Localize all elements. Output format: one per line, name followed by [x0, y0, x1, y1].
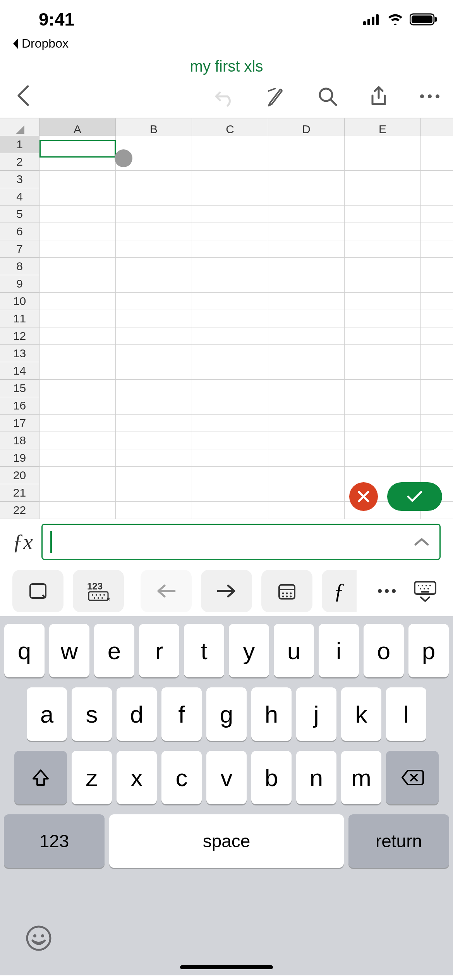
cell[interactable]	[116, 397, 192, 415]
cell[interactable]	[345, 153, 421, 171]
row-header[interactable]: 21	[0, 484, 39, 502]
row-header[interactable]: 13	[0, 345, 39, 362]
key-t[interactable]: t	[184, 624, 224, 677]
fx-icon[interactable]: ƒx	[12, 529, 33, 554]
emoji-keyboard-button[interactable]	[25, 928, 53, 958]
key-a[interactable]: a	[27, 687, 67, 741]
cell[interactable]	[116, 171, 192, 188]
share-button[interactable]	[367, 85, 390, 108]
cell[interactable]	[421, 415, 453, 432]
row-header[interactable]: 10	[0, 293, 39, 310]
cell[interactable]	[268, 136, 345, 153]
undo-button[interactable]	[214, 85, 237, 108]
key-u[interactable]: u	[274, 624, 314, 677]
key-g[interactable]: g	[206, 687, 247, 741]
cell[interactable]	[268, 362, 345, 380]
cell[interactable]	[345, 327, 421, 345]
cell[interactable]	[192, 258, 268, 275]
cell[interactable]	[192, 449, 268, 467]
cell[interactable]	[421, 397, 453, 415]
cell[interactable]	[192, 293, 268, 310]
cell[interactable]	[421, 362, 453, 380]
cell[interactable]	[39, 397, 116, 415]
cell[interactable]	[421, 327, 453, 345]
cell[interactable]	[345, 136, 421, 153]
key-k[interactable]: k	[341, 687, 381, 741]
cell[interactable]	[421, 275, 453, 293]
cell[interactable]	[268, 275, 345, 293]
key-r[interactable]: r	[139, 624, 179, 677]
row-header[interactable]: 8	[0, 258, 39, 275]
back-button[interactable]	[12, 84, 35, 107]
cell[interactable]	[421, 206, 453, 223]
row-header[interactable]: 12	[0, 327, 39, 345]
cell[interactable]	[421, 188, 453, 206]
cell[interactable]	[39, 171, 116, 188]
row-header[interactable]: 14	[0, 362, 39, 380]
cell[interactable]	[421, 449, 453, 467]
cell[interactable]	[192, 223, 268, 240]
expand-formula-bar-button[interactable]	[413, 537, 430, 547]
cell[interactable]	[345, 275, 421, 293]
key-q[interactable]: q	[4, 624, 45, 677]
cell[interactable]	[116, 240, 192, 258]
formula-input[interactable]	[41, 524, 441, 560]
cell[interactable]	[268, 171, 345, 188]
numbers-key[interactable]: 123	[4, 814, 105, 868]
cell[interactable]	[345, 362, 421, 380]
space-key[interactable]: space	[109, 814, 344, 868]
cell[interactable]	[345, 415, 421, 432]
cell[interactable]	[39, 345, 116, 362]
cell[interactable]	[116, 502, 192, 519]
key-m[interactable]: m	[341, 751, 381, 804]
cell[interactable]	[39, 275, 116, 293]
function-insert-button[interactable]: ƒ	[322, 570, 357, 612]
row-header[interactable]: 16	[0, 397, 39, 415]
cell[interactable]	[421, 136, 453, 153]
cell[interactable]	[421, 432, 453, 449]
cell[interactable]	[268, 502, 345, 519]
card-view-button[interactable]	[12, 570, 63, 612]
cell[interactable]	[116, 293, 192, 310]
next-cell-button[interactable]	[201, 570, 252, 612]
cell[interactable]	[192, 310, 268, 327]
cell[interactable]	[421, 293, 453, 310]
cell[interactable]	[39, 415, 116, 432]
row-header[interactable]: 15	[0, 380, 39, 397]
cell[interactable]	[345, 345, 421, 362]
cell[interactable]	[192, 136, 268, 153]
cell[interactable]	[421, 310, 453, 327]
cell[interactable]	[345, 380, 421, 397]
cell[interactable]	[268, 293, 345, 310]
cell[interactable]	[116, 380, 192, 397]
cell[interactable]	[192, 153, 268, 171]
cell[interactable]	[268, 240, 345, 258]
cell[interactable]	[268, 188, 345, 206]
cell[interactable]	[345, 223, 421, 240]
cell[interactable]	[116, 484, 192, 502]
key-n[interactable]: n	[296, 751, 336, 804]
cell[interactable]	[345, 432, 421, 449]
cell[interactable]	[421, 345, 453, 362]
cell[interactable]	[39, 206, 116, 223]
key-w[interactable]: w	[49, 624, 89, 677]
cell[interactable]	[345, 188, 421, 206]
cell[interactable]	[192, 380, 268, 397]
row-header[interactable]: 20	[0, 467, 39, 484]
spreadsheet[interactable]: ABCDE12345678910111213141516171819202122	[0, 118, 453, 518]
key-j[interactable]: j	[296, 687, 336, 741]
cell[interactable]	[268, 484, 345, 502]
cell[interactable]	[192, 171, 268, 188]
cell[interactable]	[268, 206, 345, 223]
cell[interactable]	[39, 327, 116, 345]
cell[interactable]	[192, 206, 268, 223]
cell[interactable]	[116, 415, 192, 432]
row-header[interactable]: 11	[0, 310, 39, 327]
back-to-app[interactable]: Dropbox	[0, 36, 453, 58]
cell[interactable]	[192, 275, 268, 293]
document-title[interactable]: my first xls	[190, 58, 263, 75]
prev-cell-button[interactable]	[141, 570, 192, 612]
row-header[interactable]: 3	[0, 171, 39, 188]
active-cell-outline[interactable]	[39, 140, 116, 158]
date-picker-button[interactable]	[261, 570, 312, 612]
